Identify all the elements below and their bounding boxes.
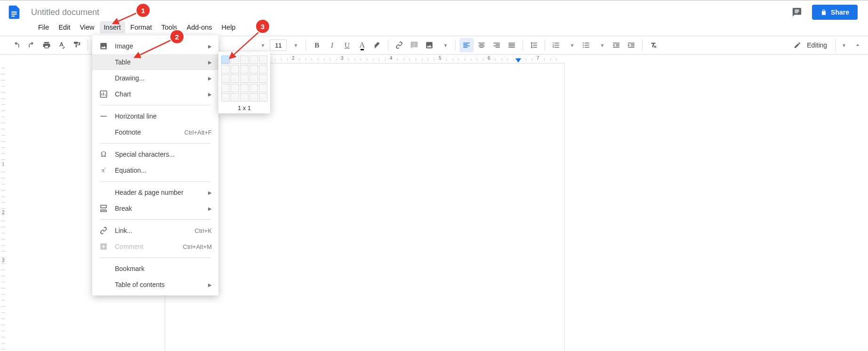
text-color-button[interactable]: A [355, 38, 369, 52]
menu-item-table-of-contents[interactable]: Table of contents▶ [92, 277, 218, 293]
table-size-cell[interactable] [249, 93, 258, 102]
editing-mode-select[interactable]: Editing ▼ [790, 37, 850, 54]
image-icon [99, 41, 108, 51]
open-comments-button[interactable] [790, 6, 804, 19]
menu-add-ons[interactable]: Add-ons [183, 21, 217, 33]
table-size-cell[interactable] [231, 93, 239, 102]
menu-item-special-characters[interactable]: ΩSpecial characters... [92, 146, 218, 162]
menu-item-label: Comment [115, 243, 177, 250]
menu-item-comment: CommentCtrl+Alt+M [92, 239, 218, 255]
share-label: Share [831, 8, 849, 16]
menu-separator [100, 143, 211, 144]
blank-icon [99, 128, 108, 137]
spellcheck-button[interactable] [55, 38, 69, 52]
menu-item-label: Horizontal line [115, 112, 212, 120]
table-size-cell[interactable] [221, 84, 230, 92]
bold-button[interactable]: B [310, 38, 324, 52]
insert-menu-dropdown: Image▶Table▶Drawing...▶Chart▶Horizontal … [92, 35, 218, 295]
document-title[interactable]: Untitled document [28, 7, 102, 18]
insert-image-dropdown[interactable]: ▼ [437, 38, 451, 52]
table-size-cell[interactable] [259, 93, 267, 102]
menu-separator [100, 219, 211, 220]
numbered-list-button[interactable] [549, 38, 563, 52]
clear-formatting-button[interactable] [646, 38, 660, 52]
redo-button[interactable] [24, 38, 39, 52]
table-size-cell[interactable] [240, 74, 249, 83]
ruler-tick: 4 [390, 56, 393, 61]
menu-separator [100, 257, 211, 258]
italic-button[interactable]: I [325, 38, 339, 52]
submenu-arrow-icon: ▶ [208, 44, 212, 49]
table-size-cell[interactable] [249, 74, 258, 83]
right-margin-marker[interactable] [515, 58, 521, 63]
menu-item-horizontal-line[interactable]: Horizontal line [92, 108, 218, 124]
table-size-cell[interactable] [221, 74, 230, 83]
svg-rect-1 [100, 116, 107, 117]
table-size-cell[interactable] [249, 84, 258, 92]
submenu-arrow-icon: ▶ [208, 282, 212, 287]
menu-item-label: Drawing... [115, 74, 201, 82]
menu-item-drawing[interactable]: Drawing...▶ [92, 70, 218, 86]
table-size-cell[interactable] [259, 84, 267, 92]
table-size-cell[interactable] [231, 84, 239, 92]
align-right-button[interactable] [490, 38, 504, 52]
annotation-1: 1 [137, 4, 150, 17]
menu-item-chart[interactable]: Chart▶ [92, 86, 218, 102]
line-spacing-button[interactable] [527, 38, 541, 52]
align-center-button[interactable] [474, 38, 489, 52]
hide-menus-button[interactable] [851, 39, 864, 52]
decrease-indent-button[interactable] [609, 38, 623, 52]
annotation-arrow-3 [226, 29, 268, 67]
increase-indent-button[interactable] [624, 38, 638, 52]
menu-item-label: Break [115, 205, 201, 212]
ruler-tick: 5 [439, 56, 442, 61]
menu-item-footnote[interactable]: FootnoteCtrl+Alt+F [92, 124, 218, 140]
chevron-down-icon: ▼ [598, 43, 604, 48]
mode-label: Editing [807, 41, 827, 49]
menu-item-accelerator: Ctrl+Alt+M [183, 243, 212, 250]
font-size-input[interactable] [270, 40, 287, 51]
menu-item-link[interactable]: Link...Ctrl+K [92, 223, 218, 239]
chart-icon [99, 89, 108, 99]
bulleted-list-dropdown[interactable]: ▼ [594, 38, 608, 52]
svg-line-6 [135, 40, 172, 57]
plus-icon [99, 242, 108, 251]
svg-line-5 [113, 12, 138, 24]
table-size-cell[interactable] [259, 74, 267, 83]
font-size-dropdown[interactable]: ▼ [288, 38, 302, 52]
menu-edit[interactable]: Edit [54, 21, 74, 33]
submenu-arrow-icon: ▶ [208, 190, 212, 195]
undo-button[interactable] [9, 38, 24, 52]
vertical-ruler[interactable]: 123 [0, 63, 9, 351]
menu-item-header-page-number[interactable]: Header & page number▶ [92, 184, 218, 200]
insert-link-button[interactable] [392, 38, 406, 52]
share-button[interactable]: Share [812, 5, 858, 20]
bulleted-list-button[interactable] [579, 38, 593, 52]
insert-image-button[interactable] [422, 38, 436, 52]
align-justify-button[interactable] [505, 38, 519, 52]
underline-button[interactable]: U [340, 38, 354, 52]
table-size-cell[interactable] [221, 93, 230, 102]
print-button[interactable] [40, 38, 54, 52]
menu-item-break[interactable]: Break▶ [92, 200, 218, 216]
docs-logo[interactable] [5, 3, 24, 22]
hr-icon [99, 112, 108, 121]
menu-item-label: Table of contents [115, 281, 201, 288]
submenu-arrow-icon: ▶ [208, 92, 212, 97]
blank-icon [99, 264, 108, 273]
table-size-cell[interactable] [240, 84, 249, 92]
numbered-list-dropdown[interactable]: ▼ [564, 38, 578, 52]
table-size-cell[interactable] [231, 74, 239, 83]
table-size-cell[interactable] [240, 93, 249, 102]
ruler-tick: 3 [341, 56, 344, 61]
menu-view[interactable]: View [75, 21, 98, 33]
insert-comment-button[interactable] [407, 38, 421, 52]
paint-format-button[interactable] [70, 38, 84, 52]
align-left-button[interactable] [459, 38, 474, 52]
menu-item-equation[interactable]: π²Equation... [92, 162, 218, 178]
ruler-tick: 1 [2, 162, 5, 167]
highlight-button[interactable] [370, 38, 384, 52]
menu-item-bookmark[interactable]: Bookmark [92, 261, 218, 277]
menu-file[interactable]: File [34, 21, 53, 33]
chevron-up-icon [854, 41, 861, 49]
